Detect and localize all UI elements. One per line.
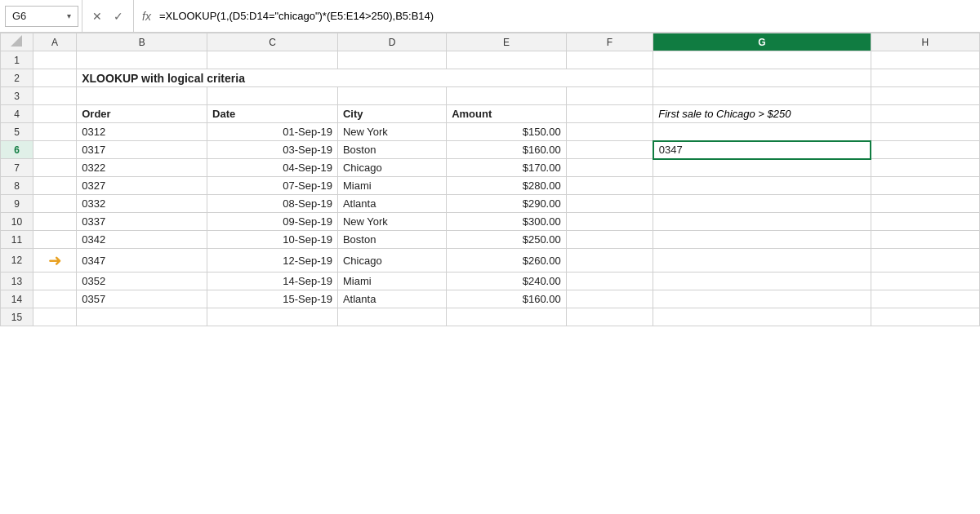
cell-f4[interactable] [566,105,653,123]
cell-c4-date-header[interactable]: Date [207,105,338,123]
cell-b14[interactable]: 0357 [77,290,207,308]
cell-c1[interactable] [207,51,338,69]
cell-h6[interactable] [871,141,979,159]
cell-a8[interactable] [33,177,76,195]
row-header-1[interactable]: 1 [1,51,33,69]
cell-b15[interactable] [77,308,207,326]
cell-g6-result[interactable]: 0347 [653,141,871,159]
cell-e7[interactable]: $170.00 [447,159,567,177]
row-header-15[interactable]: 15 [1,308,33,326]
cell-b7[interactable]: 0322 [77,159,207,177]
cell-a3[interactable] [33,87,76,105]
cell-a5[interactable] [33,123,76,141]
row-header-12[interactable]: 12 [1,249,33,273]
row-header-11[interactable]: 11 [1,231,33,249]
cell-f12[interactable] [566,249,653,273]
cell-d13[interactable]: Miami [337,273,446,290]
formula-input-area[interactable]: fx =XLOOKUP(1,(D5:D14="chicago")*(E5:E14… [134,0,975,32]
cell-g10[interactable] [653,213,871,231]
cell-e9[interactable]: $290.00 [447,195,567,213]
cell-h13[interactable] [871,273,979,290]
cell-a4[interactable] [33,105,76,123]
cell-a10[interactable] [33,213,76,231]
cell-e6[interactable]: $160.00 [447,141,567,159]
cell-c15[interactable] [207,308,338,326]
cell-d14[interactable]: Atlanta [337,290,446,308]
cell-f6[interactable] [566,141,653,159]
cell-a1[interactable] [33,51,76,69]
cell-h12[interactable] [871,249,979,273]
cell-h5[interactable] [871,123,979,141]
cell-c13[interactable]: 14-Sep-19 [207,273,338,290]
cell-e1[interactable] [447,51,567,69]
col-header-a[interactable]: A [33,33,76,51]
cell-b5[interactable]: 0312 [77,123,207,141]
col-header-d[interactable]: D [337,33,446,51]
cell-e11[interactable]: $250.00 [447,231,567,249]
cell-reference-box[interactable]: G6 ▾ [5,6,78,27]
cell-b2-title[interactable]: XLOOKUP with logical criteria [77,69,653,87]
cell-g15[interactable] [653,308,871,326]
cell-b10[interactable]: 0337 [77,213,207,231]
cell-d6[interactable]: Boston [337,141,446,159]
row-header-13[interactable]: 13 [1,273,33,290]
cell-d15[interactable] [337,308,446,326]
cell-e14[interactable]: $160.00 [447,290,567,308]
cell-f15[interactable] [566,308,653,326]
cell-d7[interactable]: Chicago [337,159,446,177]
cell-b11[interactable]: 0342 [77,231,207,249]
cell-f10[interactable] [566,213,653,231]
cell-f7[interactable] [566,159,653,177]
cell-a15[interactable] [33,308,76,326]
cell-g2[interactable] [653,69,871,87]
cell-e5[interactable]: $150.00 [447,123,567,141]
cell-f5[interactable] [566,123,653,141]
cell-b4-order-header[interactable]: Order [77,105,207,123]
cell-e10[interactable]: $300.00 [447,213,567,231]
row-header-5[interactable]: 5 [1,123,33,141]
cell-h3[interactable] [871,87,979,105]
cell-c6[interactable]: 03-Sep-19 [207,141,338,159]
cell-c7[interactable]: 04-Sep-19 [207,159,338,177]
cell-h11[interactable] [871,231,979,249]
cell-d8[interactable]: Miami [337,177,446,195]
cancel-icon[interactable]: ✕ [89,8,105,24]
cell-e12[interactable]: $260.00 [447,249,567,273]
cell-f8[interactable] [566,177,653,195]
cell-c8[interactable]: 07-Sep-19 [207,177,338,195]
cell-f14[interactable] [566,290,653,308]
cell-d1[interactable] [337,51,446,69]
cell-a14[interactable] [33,290,76,308]
cell-c12[interactable]: 12-Sep-19 [207,249,338,273]
cell-e13[interactable]: $240.00 [447,273,567,290]
row-header-6[interactable]: 6 [1,141,33,159]
cell-b13[interactable]: 0352 [77,273,207,290]
cell-g14[interactable] [653,290,871,308]
cell-h4[interactable] [871,105,979,123]
cell-a9[interactable] [33,195,76,213]
col-header-e[interactable]: E [447,33,567,51]
cell-c9[interactable]: 08-Sep-19 [207,195,338,213]
cell-e8[interactable]: $280.00 [447,177,567,195]
cell-b1[interactable] [77,51,207,69]
cell-b3[interactable] [77,87,207,105]
cell-h8[interactable] [871,177,979,195]
cell-f13[interactable] [566,273,653,290]
cell-b8[interactable]: 0327 [77,177,207,195]
row-header-7[interactable]: 7 [1,159,33,177]
cell-c11[interactable]: 10-Sep-19 [207,231,338,249]
cell-h14[interactable] [871,290,979,308]
col-header-g[interactable]: G [653,33,871,51]
cell-d4-city-header[interactable]: City [337,105,446,123]
cell-a13[interactable] [33,273,76,290]
cell-d5[interactable]: New York [337,123,446,141]
cell-d11[interactable]: Boston [337,231,446,249]
cell-b6[interactable]: 0317 [77,141,207,159]
cell-d10[interactable]: New York [337,213,446,231]
cell-a7[interactable] [33,159,76,177]
cell-c14[interactable]: 15-Sep-19 [207,290,338,308]
cell-h15[interactable] [871,308,979,326]
cell-e3[interactable] [447,87,567,105]
cell-g11[interactable] [653,231,871,249]
cell-f1[interactable] [566,51,653,69]
